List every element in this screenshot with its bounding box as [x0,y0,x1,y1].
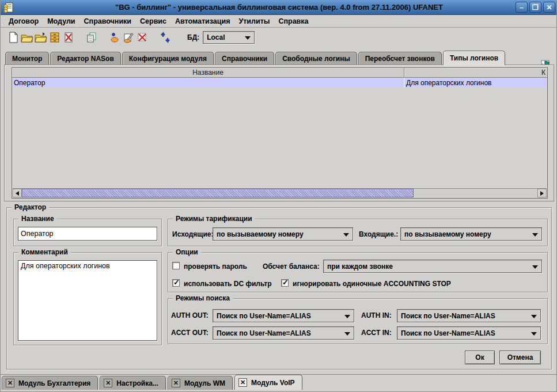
refresh-icon[interactable] [158,31,172,44]
menu-spravochniki[interactable]: Справочники [84,17,131,25]
titlebar: "BG - биллинг" - универсальная биллингов… [1,0,557,15]
toolbar: БД: Local [1,28,557,47]
copy-documents-icon[interactable] [85,31,98,44]
archive-cabinet-icon[interactable] [48,31,62,44]
cell-name: Оператор [12,78,404,87]
bottom-tab-label: Модуль Бухгалтерия [18,379,90,387]
outgoing-label: Исходящие: [172,230,213,238]
login-types-table: Название К Оператор Для операторских лог… [12,67,548,199]
bottom-tab-accounting[interactable]: ✕ Модуль Бухгалтерия [2,376,98,390]
dc-filter-checkbox[interactable] [172,279,180,287]
open-folder-icon[interactable] [20,31,34,44]
tab-login-types[interactable]: Типы логинов [443,51,505,65]
table-header: Название К [12,68,547,78]
bottom-tab-voip[interactable]: ✕ Модуль VoIP [234,375,302,390]
menubar: Договор Модули Справочники Сервис Автома… [1,16,557,28]
menu-utility[interactable]: Утилиты [238,17,270,25]
chevron-down-icon [344,332,350,336]
balance-select-value: при каждом звонке [324,262,393,271]
window-title: "BG - биллинг" - универсальная биллингов… [1,3,557,12]
column-header-name[interactable]: Название [12,68,404,77]
close-button[interactable]: ✕ [543,2,555,13]
delete-record-icon[interactable] [135,31,149,44]
db-select[interactable]: Local [203,31,255,44]
chevron-down-icon [531,332,537,336]
acct-out-label: ACCT OUT: [171,329,209,337]
scrollbar-thumb[interactable] [22,189,414,197]
close-tab-icon[interactable]: ✕ [238,378,247,387]
auth-in-label: AUTH IN: [361,311,392,319]
login-types-pane: Название К Оператор Для операторских лог… [4,64,554,201]
acct-in-select[interactable]: Поиск по User-Name=ALIAS [397,326,541,340]
table-row[interactable]: Оператор Для операторских логинов [12,78,547,87]
tariff-modes-label: Режимы тарификации [173,215,255,223]
scroll-right-button[interactable] [537,189,547,197]
scrollbar-track[interactable] [22,189,537,197]
chevron-down-icon [532,233,538,237]
edit-record-icon[interactable] [122,31,135,44]
incoming-label: Входящие.: [359,230,398,238]
check-password-label: проверять пароль [184,262,247,271]
chevron-down-icon [343,233,349,237]
bottom-tab-label: Настройка... [116,379,158,387]
menu-servis[interactable]: Сервис [140,17,166,25]
ignore-stop-checkbox[interactable] [281,279,289,287]
auth-out-label: AUTH OUT: [171,311,209,319]
auth-in-select[interactable]: Поиск по User-Name=ALIAS [397,309,541,322]
delete-document-icon[interactable] [62,31,75,44]
search-modes-label: Режимы поиска [173,294,233,302]
column-header-comment[interactable]: К [404,68,547,77]
incoming-select[interactable]: по вызываемому номеру [400,227,542,241]
bottom-tab-settings[interactable]: ✕ Настройка... [100,376,166,390]
cancel-button[interactable]: Отмена [499,351,541,364]
db-select-value: Local [203,33,225,41]
options-group-label: Опции [173,248,201,256]
comment-textarea[interactable]: Для операторских логинов [18,260,157,341]
tab-call-recalc[interactable]: Переобсчет звонков [358,52,442,65]
tab-free-logins[interactable]: Свободные логины [275,52,357,65]
chevron-down-icon [344,315,350,318]
cell-comment: Для операторских логинов [404,78,547,87]
import-folder-icon[interactable] [34,31,48,44]
tab-monitor[interactable]: Монитор [5,52,49,65]
ok-button[interactable]: Ок [465,351,495,364]
bottom-tab-label: Модуль WM [184,379,225,387]
menu-dogovor[interactable]: Договор [9,17,39,25]
bottom-tab-wm[interactable]: ✕ Модуль WM [168,376,233,390]
menu-avtomatizaciya[interactable]: Автоматизация [175,17,230,25]
minimize-button[interactable]: – [516,2,528,13]
chevron-down-icon [531,315,537,318]
balance-label: Обсчет баланса: [263,262,320,271]
dc-filter-label: использовать DC фильтр [184,280,272,288]
chevron-down-icon [245,36,251,40]
editor-group-label: Редактор [12,203,49,211]
tab-nas-editor[interactable]: Редактор NASов [50,52,120,65]
acct-out-select[interactable]: Поиск по User-Name=ALIAS [213,326,354,340]
close-tab-icon[interactable]: ✕ [172,379,180,387]
outgoing-select[interactable]: по вызываемому номеру [213,227,353,241]
ignore-stop-label: игнорировать одиночные ACCOUNTING STOP [293,280,451,288]
menu-spravka[interactable]: Справка [278,17,308,25]
auth-in-select-value: Поиск по User-Name=ALIAS [397,312,495,320]
close-tab-icon[interactable]: ✕ [104,379,112,387]
comment-group-label: Комментарий [18,248,71,256]
check-password-checkbox[interactable] [172,262,180,269]
menu-moduli[interactable]: Модули [47,17,75,25]
chevron-down-icon [532,265,538,269]
new-document-icon[interactable] [6,31,20,44]
module-tabstrip: Монитор Редактор NASов Конфигурация моду… [5,51,506,65]
add-record-icon[interactable] [108,31,122,44]
auth-out-select-value: Поиск по User-Name=ALIAS [213,312,311,320]
balance-select[interactable]: при каждом звонке [323,260,542,273]
close-tab-icon[interactable]: ✕ [6,379,14,387]
tab-directories[interactable]: Справочники [215,52,274,65]
bottom-tab-label: Модуль VoIP [251,379,295,387]
acct-out-select-value: Поиск по User-Name=ALIAS [213,329,311,337]
scroll-left-button[interactable] [13,189,22,197]
outgoing-select-value: по вызываемому номеру [213,230,304,238]
tab-module-config[interactable]: Конфигурация модуля [122,52,214,65]
auth-out-select[interactable]: Поиск по User-Name=ALIAS [213,309,354,322]
name-input[interactable] [18,227,157,241]
maximize-button[interactable]: ❐ [529,2,541,13]
horizontal-scrollbar[interactable] [13,188,547,197]
